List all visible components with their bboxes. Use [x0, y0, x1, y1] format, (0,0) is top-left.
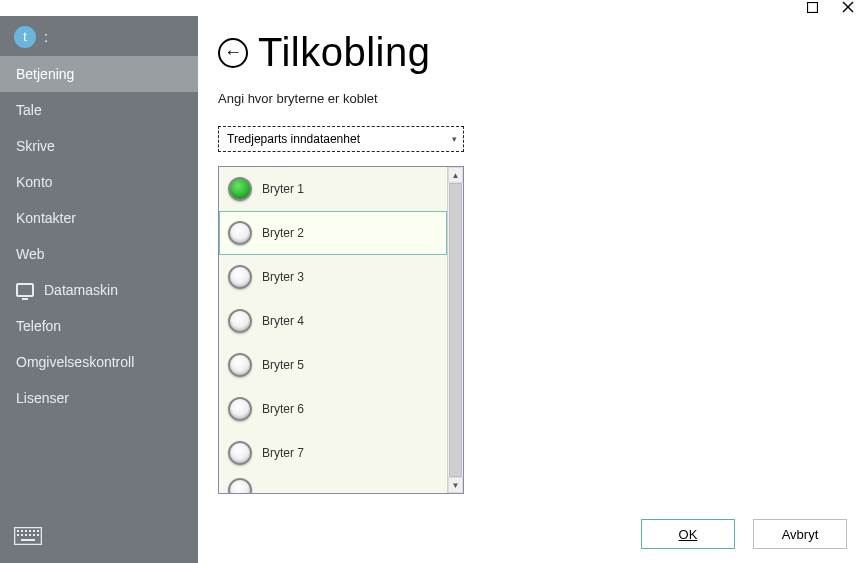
switch-item-5[interactable]: Bryter 5	[219, 343, 447, 387]
sidebar-item-label: Konto	[16, 174, 53, 190]
svg-rect-12	[25, 534, 27, 536]
input-device-dropdown[interactable]: Tredjeparts inndataenhet ▾	[218, 126, 464, 152]
switch-label: Bryter 6	[262, 402, 304, 416]
titlebar	[0, 0, 867, 16]
monitor-icon	[16, 283, 34, 297]
scroll-up-icon[interactable]: ▲	[448, 167, 463, 183]
svg-rect-4	[17, 530, 19, 532]
switch-label: Bryter 1	[262, 182, 304, 196]
switch-item-7[interactable]: Bryter 7	[219, 431, 447, 475]
switch-item-4[interactable]: Bryter 4	[219, 299, 447, 343]
switch-icon	[228, 177, 252, 201]
switch-icon	[228, 353, 252, 377]
page-subtitle: Angi hvor bryterne er koblet	[218, 91, 847, 106]
svg-rect-15	[37, 534, 39, 536]
switch-icon	[228, 397, 252, 421]
sidebar-item-omgivelseskontroll[interactable]: Omgivelseskontroll	[0, 344, 198, 380]
nav: Betjening Tale Skrive Konto Kontakter We…	[0, 56, 198, 416]
switch-label: Bryter 3	[262, 270, 304, 284]
svg-rect-6	[25, 530, 27, 532]
svg-rect-9	[37, 530, 39, 532]
svg-rect-8	[33, 530, 35, 532]
switch-label: Bryter 5	[262, 358, 304, 372]
switch-item-3[interactable]: Bryter 3	[219, 255, 447, 299]
svg-rect-7	[29, 530, 31, 532]
switch-label: Bryter 2	[262, 226, 304, 240]
keyboard-icon[interactable]	[14, 527, 42, 545]
sidebar-item-label: Tale	[16, 102, 42, 118]
scroll-track[interactable]	[448, 183, 463, 477]
switch-icon	[228, 441, 252, 465]
user-row[interactable]: t :	[0, 16, 198, 56]
button-label: OK	[679, 527, 698, 542]
sidebar: t : Betjening Tale Skrive Konto Kontakte…	[0, 16, 198, 563]
svg-rect-11	[21, 534, 23, 536]
sidebar-item-skrive[interactable]: Skrive	[0, 128, 198, 164]
sidebar-item-telefon[interactable]: Telefon	[0, 308, 198, 344]
sidebar-item-kontakter[interactable]: Kontakter	[0, 200, 198, 236]
switch-item-more[interactable]	[219, 475, 447, 493]
svg-rect-0	[807, 2, 817, 12]
switch-item-6[interactable]: Bryter 6	[219, 387, 447, 431]
list-viewport: Bryter 1 Bryter 2 Bryter 3 Bryter 4	[219, 167, 447, 493]
sidebar-item-label: Datamaskin	[44, 282, 118, 298]
dropdown-selected: Tredjeparts inndataenhet	[227, 132, 360, 146]
sidebar-item-label: Kontakter	[16, 210, 76, 226]
sidebar-item-label: Telefon	[16, 318, 61, 334]
sidebar-item-konto[interactable]: Konto	[0, 164, 198, 200]
sidebar-item-lisenser[interactable]: Lisenser	[0, 380, 198, 416]
switch-item-1[interactable]: Bryter 1	[219, 167, 447, 211]
sidebar-item-tale[interactable]: Tale	[0, 92, 198, 128]
sidebar-item-label: Lisenser	[16, 390, 69, 406]
arrow-left-icon: ←	[224, 42, 242, 63]
avatar: t	[14, 26, 36, 48]
user-menu-icon: :	[44, 29, 48, 45]
sidebar-item-label: Web	[16, 246, 45, 262]
switch-item-2[interactable]: Bryter 2	[219, 211, 447, 255]
svg-rect-5	[21, 530, 23, 532]
button-label: Avbryt	[782, 527, 819, 542]
scroll-thumb[interactable]	[449, 183, 462, 477]
sidebar-item-web[interactable]: Web	[0, 236, 198, 272]
page-title: Tilkobling	[258, 30, 430, 75]
switch-label: Bryter 4	[262, 314, 304, 328]
ok-button[interactable]: OK	[641, 519, 735, 549]
switch-icon	[228, 221, 252, 245]
sidebar-item-label: Skrive	[16, 138, 55, 154]
dialog-footer: OK Avbryt	[641, 519, 847, 549]
sidebar-item-betjening[interactable]: Betjening	[0, 56, 198, 92]
cancel-button[interactable]: Avbryt	[753, 519, 847, 549]
chevron-down-icon: ▾	[452, 134, 457, 144]
svg-rect-10	[17, 534, 19, 536]
heading-row: ← Tilkobling	[218, 30, 847, 75]
switch-label: Bryter 7	[262, 446, 304, 460]
switch-icon	[228, 265, 252, 289]
sidebar-item-label: Omgivelseskontroll	[16, 354, 134, 370]
switch-icon	[228, 309, 252, 333]
main: ← Tilkobling Angi hvor bryterne er koble…	[198, 16, 867, 563]
close-icon[interactable]	[841, 0, 855, 14]
sidebar-item-datamaskin[interactable]: Datamaskin	[0, 272, 198, 308]
switch-icon	[228, 478, 252, 493]
maximize-icon[interactable]	[805, 0, 819, 14]
svg-rect-16	[21, 539, 35, 541]
svg-rect-13	[29, 534, 31, 536]
svg-rect-14	[33, 534, 35, 536]
scroll-down-icon[interactable]: ▼	[448, 477, 463, 493]
back-button[interactable]: ←	[218, 38, 248, 68]
scrollbar[interactable]: ▲ ▼	[447, 167, 463, 493]
switch-listbox: Bryter 1 Bryter 2 Bryter 3 Bryter 4	[218, 166, 464, 494]
sidebar-item-label: Betjening	[16, 66, 74, 82]
